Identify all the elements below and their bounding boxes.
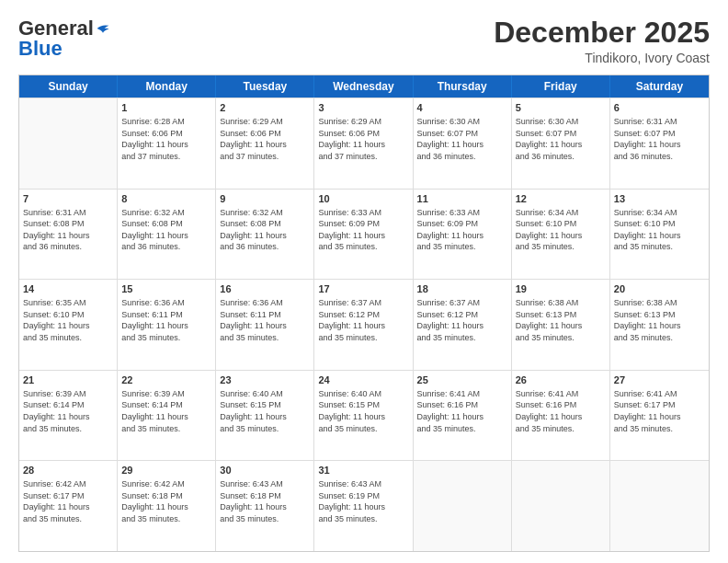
calendar-row-1: 7Sunrise: 6:31 AMSunset: 6:08 PMDaylight… (19, 189, 709, 280)
cal-cell-5: 5Sunrise: 6:30 AMSunset: 6:07 PMDaylight… (512, 98, 610, 189)
cell-info: Sunrise: 6:32 AMSunset: 6:08 PMDaylight:… (220, 207, 310, 253)
cal-cell-11: 11Sunrise: 6:33 AMSunset: 6:09 PMDayligh… (414, 190, 512, 280)
day-number: 24 (318, 373, 408, 387)
cal-cell-17: 17Sunrise: 6:37 AMSunset: 6:12 PMDayligh… (314, 280, 413, 370)
cal-cell-29: 29Sunrise: 6:42 AMSunset: 6:18 PMDayligh… (118, 461, 216, 551)
cell-info: Sunrise: 6:40 AMSunset: 6:15 PMDaylight:… (220, 388, 310, 434)
cell-info: Sunrise: 6:39 AMSunset: 6:14 PMDaylight:… (121, 388, 211, 434)
location: Tindikoro, Ivory Coast (494, 51, 710, 65)
day-number: 17 (318, 282, 408, 296)
header: General Blue December 2025 Tindikoro, Iv… (18, 17, 710, 65)
logo-blue: Blue (18, 37, 63, 61)
cell-info: Sunrise: 6:29 AMSunset: 6:06 PMDaylight:… (318, 116, 408, 162)
cal-cell-14: 14Sunrise: 6:35 AMSunset: 6:10 PMDayligh… (19, 280, 118, 370)
calendar-row-0: 1Sunrise: 6:28 AMSunset: 6:06 PMDaylight… (19, 98, 709, 189)
cal-cell-18: 18Sunrise: 6:37 AMSunset: 6:12 PMDayligh… (414, 280, 512, 370)
cell-info: Sunrise: 6:42 AMSunset: 6:18 PMDaylight:… (121, 478, 211, 524)
cell-info: Sunrise: 6:41 AMSunset: 6:17 PMDaylight:… (614, 388, 705, 434)
day-number: 26 (516, 373, 606, 387)
day-number: 29 (121, 464, 211, 477)
cal-cell-28: 28Sunrise: 6:42 AMSunset: 6:17 PMDayligh… (19, 461, 118, 551)
cell-info: Sunrise: 6:34 AMSunset: 6:10 PMDaylight:… (516, 207, 606, 253)
cal-cell-24: 24Sunrise: 6:40 AMSunset: 6:15 PMDayligh… (314, 371, 413, 461)
cell-info: Sunrise: 6:36 AMSunset: 6:11 PMDaylight:… (121, 297, 211, 343)
day-number: 21 (23, 373, 113, 387)
cal-cell-10: 10Sunrise: 6:33 AMSunset: 6:09 PMDayligh… (314, 190, 413, 280)
logo: General Blue (18, 17, 110, 61)
cell-info: Sunrise: 6:33 AMSunset: 6:09 PMDaylight:… (318, 207, 408, 253)
cal-cell-21: 21Sunrise: 6:39 AMSunset: 6:14 PMDayligh… (19, 371, 118, 461)
cell-info: Sunrise: 6:37 AMSunset: 6:12 PMDaylight:… (318, 297, 408, 343)
cell-info: Sunrise: 6:29 AMSunset: 6:06 PMDaylight:… (220, 116, 310, 162)
day-number: 15 (121, 282, 211, 296)
cell-info: Sunrise: 6:43 AMSunset: 6:19 PMDaylight:… (318, 478, 408, 524)
day-number: 18 (417, 282, 507, 296)
calendar-body: 1Sunrise: 6:28 AMSunset: 6:06 PMDaylight… (19, 98, 709, 551)
cell-info: Sunrise: 6:33 AMSunset: 6:09 PMDaylight:… (417, 207, 507, 253)
cell-info: Sunrise: 6:41 AMSunset: 6:16 PMDaylight:… (516, 388, 606, 434)
day-number: 12 (516, 192, 606, 206)
cal-cell-7: 7Sunrise: 6:31 AMSunset: 6:08 PMDaylight… (19, 190, 118, 280)
cal-cell-13: 13Sunrise: 6:34 AMSunset: 6:10 PMDayligh… (610, 190, 709, 280)
cell-info: Sunrise: 6:30 AMSunset: 6:07 PMDaylight:… (417, 116, 507, 162)
cell-info: Sunrise: 6:34 AMSunset: 6:10 PMDaylight:… (614, 207, 705, 253)
cal-cell-27: 27Sunrise: 6:41 AMSunset: 6:17 PMDayligh… (610, 371, 709, 461)
cal-cell-31: 31Sunrise: 6:43 AMSunset: 6:19 PMDayligh… (314, 461, 413, 551)
weekday-header-friday: Friday (512, 75, 610, 98)
cell-info: Sunrise: 6:31 AMSunset: 6:07 PMDaylight:… (614, 116, 705, 162)
cal-cell-empty-4-4 (414, 461, 512, 551)
calendar-row-3: 21Sunrise: 6:39 AMSunset: 6:14 PMDayligh… (19, 370, 709, 461)
cell-info: Sunrise: 6:31 AMSunset: 6:08 PMDaylight:… (23, 207, 113, 253)
cal-cell-22: 22Sunrise: 6:39 AMSunset: 6:14 PMDayligh… (118, 371, 216, 461)
cell-info: Sunrise: 6:39 AMSunset: 6:14 PMDaylight:… (23, 388, 113, 434)
cell-info: Sunrise: 6:28 AMSunset: 6:06 PMDaylight:… (121, 116, 211, 162)
cell-info: Sunrise: 6:42 AMSunset: 6:17 PMDaylight:… (23, 478, 113, 524)
weekday-header-tuesday: Tuesday (216, 75, 314, 98)
cal-cell-1: 1Sunrise: 6:28 AMSunset: 6:06 PMDaylight… (118, 98, 216, 189)
cal-cell-30: 30Sunrise: 6:43 AMSunset: 6:18 PMDayligh… (216, 461, 314, 551)
cal-cell-9: 9Sunrise: 6:32 AMSunset: 6:08 PMDaylight… (216, 190, 314, 280)
cal-cell-16: 16Sunrise: 6:36 AMSunset: 6:11 PMDayligh… (216, 280, 314, 370)
cal-cell-26: 26Sunrise: 6:41 AMSunset: 6:16 PMDayligh… (512, 371, 610, 461)
day-number: 2 (220, 101, 310, 115)
day-number: 20 (614, 282, 705, 296)
cell-info: Sunrise: 6:36 AMSunset: 6:11 PMDaylight:… (220, 297, 310, 343)
cal-cell-3: 3Sunrise: 6:29 AMSunset: 6:06 PMDaylight… (314, 98, 413, 189)
weekday-header-monday: Monday (118, 75, 216, 98)
day-number: 14 (23, 282, 113, 296)
cal-cell-19: 19Sunrise: 6:38 AMSunset: 6:13 PMDayligh… (512, 280, 610, 370)
cell-info: Sunrise: 6:32 AMSunset: 6:08 PMDaylight:… (121, 207, 211, 253)
cal-cell-15: 15Sunrise: 6:36 AMSunset: 6:11 PMDayligh… (118, 280, 216, 370)
day-number: 4 (417, 101, 507, 115)
day-number: 16 (220, 282, 310, 296)
cal-cell-20: 20Sunrise: 6:38 AMSunset: 6:13 PMDayligh… (610, 280, 709, 370)
cell-info: Sunrise: 6:30 AMSunset: 6:07 PMDaylight:… (516, 116, 606, 162)
weekday-header-sunday: Sunday (19, 75, 118, 98)
cal-cell-12: 12Sunrise: 6:34 AMSunset: 6:10 PMDayligh… (512, 190, 610, 280)
day-number: 8 (121, 192, 211, 206)
calendar-row-2: 14Sunrise: 6:35 AMSunset: 6:10 PMDayligh… (19, 279, 709, 370)
cal-cell-23: 23Sunrise: 6:40 AMSunset: 6:15 PMDayligh… (216, 371, 314, 461)
day-number: 3 (318, 101, 408, 115)
cell-info: Sunrise: 6:37 AMSunset: 6:12 PMDaylight:… (417, 297, 507, 343)
cal-cell-4: 4Sunrise: 6:30 AMSunset: 6:07 PMDaylight… (414, 98, 512, 189)
day-number: 30 (220, 464, 310, 477)
cal-cell-2: 2Sunrise: 6:29 AMSunset: 6:06 PMDaylight… (216, 98, 314, 189)
title-section: December 2025 Tindikoro, Ivory Coast (494, 17, 710, 65)
cal-cell-6: 6Sunrise: 6:31 AMSunset: 6:07 PMDaylight… (610, 98, 709, 189)
day-number: 25 (417, 373, 507, 387)
calendar-header: SundayMondayTuesdayWednesdayThursdayFrid… (19, 75, 709, 98)
day-number: 11 (417, 192, 507, 206)
cell-info: Sunrise: 6:43 AMSunset: 6:18 PMDaylight:… (220, 478, 310, 524)
day-number: 13 (614, 192, 705, 206)
cal-cell-empty-0-0 (19, 98, 118, 189)
cell-info: Sunrise: 6:41 AMSunset: 6:16 PMDaylight:… (417, 388, 507, 434)
day-number: 23 (220, 373, 310, 387)
day-number: 19 (516, 282, 606, 296)
weekday-header-thursday: Thursday (414, 75, 512, 98)
day-number: 31 (318, 464, 408, 477)
calendar-row-4: 28Sunrise: 6:42 AMSunset: 6:17 PMDayligh… (19, 460, 709, 551)
day-number: 10 (318, 192, 408, 206)
calendar: SundayMondayTuesdayWednesdayThursdayFrid… (18, 75, 710, 552)
day-number: 5 (516, 101, 606, 115)
